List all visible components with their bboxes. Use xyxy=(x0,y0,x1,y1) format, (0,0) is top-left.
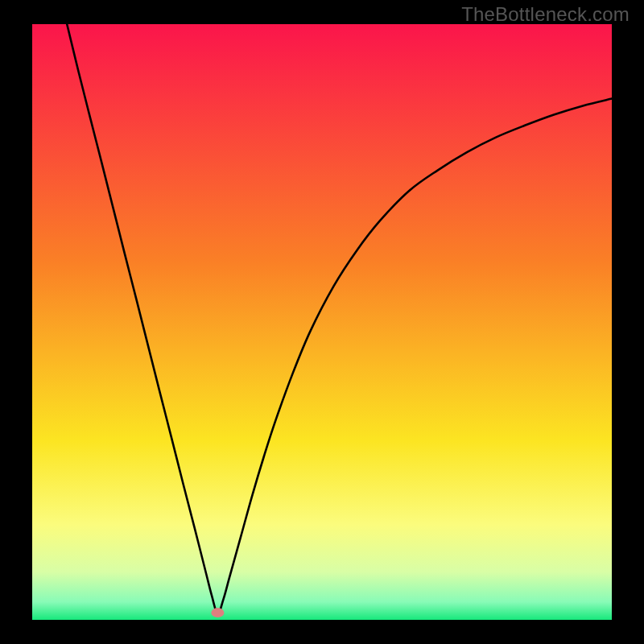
minimum-marker xyxy=(211,608,224,617)
chart-frame: TheBottleneck.com xyxy=(0,0,644,644)
plot-background xyxy=(32,24,612,620)
chart-svg xyxy=(0,0,644,644)
watermark-text: TheBottleneck.com xyxy=(461,3,630,26)
